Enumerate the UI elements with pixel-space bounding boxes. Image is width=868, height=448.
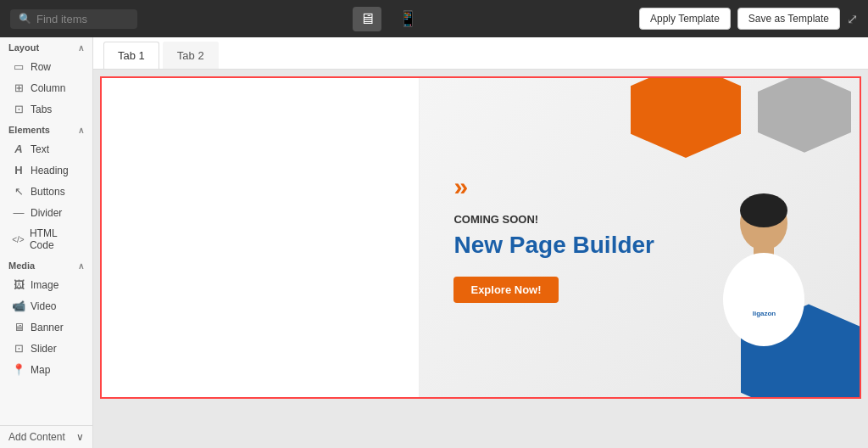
search-icon: 🔍 xyxy=(19,13,31,25)
sidebar-item-map[interactable]: 📍 Map xyxy=(3,359,89,380)
topbar: 🔍 🖥 📱 Apply Template Save as Template ⤢ xyxy=(0,0,868,37)
sidebar: Layout ∧ ▭ Row ⊞ Column ⊡ Tabs Elements … xyxy=(0,37,93,448)
mobile-icon: 📱 xyxy=(398,9,417,28)
media-section-header[interactable]: Media ∧ xyxy=(0,255,92,274)
canvas[interactable]: ligazon » COMING SOON! New Page Builder … xyxy=(93,70,868,448)
main-layout: Layout ∧ ▭ Row ⊞ Column ⊡ Tabs Elements … xyxy=(0,37,868,448)
divider-icon: — xyxy=(12,206,25,219)
page-frame: ligazon » COMING SOON! New Page Builder … xyxy=(100,76,861,399)
layout-section-label: Layout xyxy=(8,42,39,53)
media-chevron-icon: ∧ xyxy=(78,261,84,271)
sidebar-item-banner-label: Banner xyxy=(31,322,64,333)
add-content-label: Add Content xyxy=(8,431,65,443)
sidebar-item-divider[interactable]: — Divider xyxy=(3,202,89,223)
desktop-view-button[interactable]: 🖥 xyxy=(353,7,381,31)
map-icon: 📍 xyxy=(12,363,25,376)
slider-icon: ⊡ xyxy=(12,342,25,355)
explore-now-button[interactable]: Explore Now! xyxy=(453,277,558,303)
sidebar-item-column-label: Column xyxy=(31,82,65,94)
row-icon: ▭ xyxy=(12,60,25,73)
sidebar-item-text[interactable]: A Text xyxy=(3,138,89,160)
elements-chevron-icon: ∧ xyxy=(78,126,84,135)
tab-2[interactable]: Tab 2 xyxy=(163,42,219,69)
sidebar-item-heading[interactable]: H Heading xyxy=(3,160,89,181)
sidebar-item-row-label: Row xyxy=(31,61,51,73)
tabs-icon: ⊡ xyxy=(12,103,25,115)
sidebar-item-buttons-label: Buttons xyxy=(31,186,65,198)
device-switcher: 🖥 📱 xyxy=(353,6,424,31)
sidebar-item-banner[interactable]: 🖥 Banner xyxy=(3,316,89,338)
sidebar-item-heading-label: Heading xyxy=(31,165,69,176)
sidebar-item-image-label: Image xyxy=(31,279,58,291)
sidebar-item-slider-label: Slider xyxy=(31,343,57,355)
html-code-icon: </> xyxy=(12,235,25,244)
main-title: New Page Builder xyxy=(453,231,654,260)
expand-button[interactable]: ⤢ xyxy=(847,11,858,27)
svg-point-6 xyxy=(740,193,787,227)
sidebar-item-tabs-label: Tabs xyxy=(31,104,52,115)
banner-icon: 🖥 xyxy=(12,321,25,333)
page-right-column: ligazon » COMING SOON! New Page Builder … xyxy=(420,78,860,397)
coming-soon-text: COMING SOON! xyxy=(453,213,654,226)
sidebar-item-video-label: Video xyxy=(31,300,56,312)
sidebar-item-tabs[interactable]: ⊡ Tabs xyxy=(3,98,89,120)
sidebar-item-html-label: HTML Code xyxy=(30,227,81,251)
page-left-column xyxy=(102,78,420,397)
sidebar-item-video[interactable]: 📹 Video xyxy=(3,295,89,316)
layout-section-header[interactable]: Layout ∧ xyxy=(0,37,92,56)
sidebar-item-row[interactable]: ▭ Row xyxy=(3,56,89,77)
buttons-icon: ↖ xyxy=(12,185,25,198)
topbar-actions: Apply Template Save as Template ⤢ xyxy=(639,8,858,30)
logo-text: ligazon xyxy=(753,310,776,317)
image-icon: 🖼 xyxy=(12,278,25,291)
elements-section-label: Elements xyxy=(8,125,50,135)
sidebar-item-column[interactable]: ⊞ Column xyxy=(3,77,89,98)
sidebar-item-slider[interactable]: ⊡ Slider xyxy=(3,338,89,359)
layout-chevron-icon: ∧ xyxy=(78,43,84,53)
save-as-template-button[interactable]: Save as Template xyxy=(737,8,840,30)
sidebar-item-image[interactable]: 🖼 Image xyxy=(3,274,89,295)
tab-bar: Tab 1 Tab 2 xyxy=(93,37,868,70)
logo-badge: ligazon xyxy=(748,302,781,321)
add-content-footer[interactable]: Add Content ∨ xyxy=(0,425,92,448)
tab-1[interactable]: Tab 1 xyxy=(103,42,159,69)
column-icon: ⊞ xyxy=(12,81,25,94)
add-content-chevron-icon: ∨ xyxy=(76,431,84,443)
person-image: ligazon xyxy=(703,78,826,397)
search-box[interactable]: 🔍 xyxy=(10,9,137,29)
search-input[interactable] xyxy=(36,13,129,25)
video-icon: 📹 xyxy=(12,300,25,312)
heading-icon: H xyxy=(12,164,25,176)
sidebar-item-map-label: Map xyxy=(31,364,50,376)
mobile-view-button[interactable]: 📱 xyxy=(392,6,424,31)
sidebar-item-divider-label: Divider xyxy=(31,207,62,219)
desktop-icon: 🖥 xyxy=(359,10,375,28)
media-section-label: Media xyxy=(8,260,35,271)
sidebar-item-text-label: Text xyxy=(31,143,49,155)
elements-section-header[interactable]: Elements ∧ xyxy=(0,120,92,138)
apply-template-button[interactable]: Apply Template xyxy=(639,8,731,30)
sidebar-item-buttons[interactable]: ↖ Buttons xyxy=(3,181,89,202)
sidebar-item-html-code[interactable]: </> HTML Code xyxy=(3,223,89,255)
text-icon: A xyxy=(12,143,25,155)
banner-content: » COMING SOON! New Page Builder Explore … xyxy=(453,172,654,303)
content-area: Tab 1 Tab 2 xyxy=(93,37,868,448)
double-arrow-icon: » xyxy=(453,172,654,201)
